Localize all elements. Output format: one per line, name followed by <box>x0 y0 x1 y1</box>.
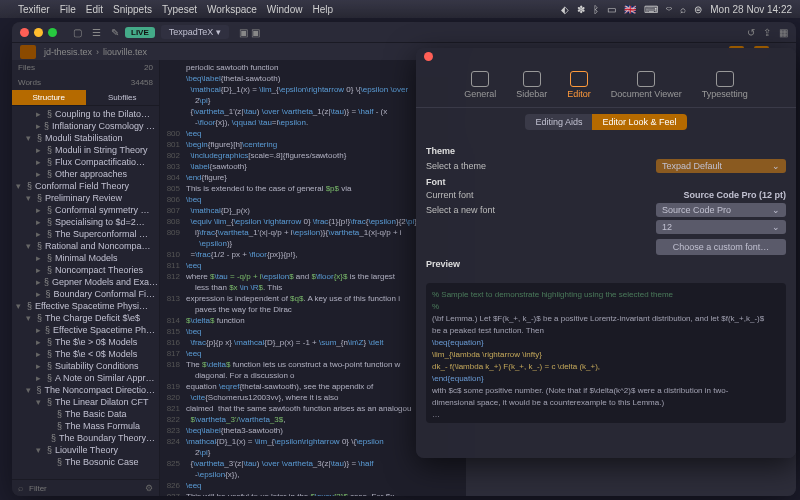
chevron-down-icon: ⌄ <box>772 222 780 232</box>
tree-item[interactable]: ▾§Moduli Stabilisation <box>12 132 159 144</box>
theme-heading: Theme <box>426 146 786 156</box>
control-center-icon[interactable]: ⊜ <box>694 4 702 15</box>
dropbox-icon[interactable]: ⬖ <box>561 4 569 15</box>
current-font-value: Source Code Pro (12 pt) <box>683 190 786 200</box>
sidebar-tab-structure[interactable]: Structure <box>12 90 86 105</box>
tree-item[interactable]: ▾§Rational and Noncompa… <box>12 240 159 252</box>
window-titlebar: ▢ ☰ ✎ LIVE TexpadTeX ▾ ▣ ▣ ↺ ⇪ ▦ <box>12 22 796 42</box>
tree-item[interactable]: §The Boundary Theory… <box>12 432 159 444</box>
filter-icon: ⌕ <box>18 483 23 493</box>
tree-item[interactable]: ▸§Flux Compactificatio… <box>12 156 159 168</box>
font-select[interactable]: Source Code Pro⌄ <box>656 203 786 217</box>
tree-item[interactable]: ▸§Inflationary Cosmology … <box>12 120 159 132</box>
tree-item[interactable]: ▸§Boundary Conformal Fi… <box>12 288 159 300</box>
breadcrumb: jd-thesis.tex › liouville.tex <box>44 47 147 57</box>
tree-item[interactable]: ▸§Gepner Models and Exa… <box>12 276 159 288</box>
flag-icon[interactable]: 🇬🇧 <box>624 4 636 15</box>
menu-snippets[interactable]: Snippets <box>113 4 152 15</box>
settings-icon[interactable]: ⚙ <box>145 483 153 493</box>
outline-icon[interactable]: ☰ <box>92 27 101 38</box>
filter-input[interactable] <box>29 483 139 493</box>
chevron-down-icon: ⌄ <box>772 205 780 215</box>
sidebar-tab-subfiles[interactable]: Subfiles <box>86 90 160 105</box>
layout-icon[interactable]: ▣ ▣ <box>239 27 260 38</box>
breadcrumb-item[interactable]: jd-thesis.tex <box>44 47 92 57</box>
tree-item[interactable]: ▾§Liouville Theory <box>12 444 159 456</box>
subtab-editing-aids[interactable]: Editing Aids <box>525 114 592 130</box>
zoom-window-button[interactable] <box>48 28 57 37</box>
pref-tab-general[interactable]: General <box>456 69 504 101</box>
tree-item[interactable]: ▾§Effective Spacetime Physi… <box>12 300 159 312</box>
tree-item[interactable]: ▸§Other approaches <box>12 168 159 180</box>
tree-item[interactable]: §The Basic Data <box>12 408 159 420</box>
hammer-icon[interactable]: ✎ <box>111 27 119 38</box>
outline-tree: ▸§Coupling to the Dilato…▸§Inflationary … <box>12 106 159 479</box>
pref-tab-sidebar[interactable]: Sidebar <box>508 69 555 101</box>
status-icon[interactable]: ✽ <box>577 4 585 15</box>
keyboard-icon[interactable]: ⌨ <box>644 4 658 15</box>
select-font-label: Select a new font <box>426 205 656 215</box>
tree-item[interactable]: ▸§Noncompact Theories <box>12 264 159 276</box>
pencil-icon <box>570 71 588 87</box>
tree-item[interactable]: ▸§Minimal Models <box>12 252 159 264</box>
tree-item[interactable]: ▸§The $\e > 0$ Models <box>12 336 159 348</box>
sidebar-toggle-icon[interactable]: ▢ <box>73 27 82 38</box>
tree-item[interactable]: ▸§Suitability Conditions <box>12 360 159 372</box>
minimize-window-button[interactable] <box>34 28 43 37</box>
share-icon[interactable]: ⇪ <box>763 27 771 38</box>
sidebar: Files 20 Words 34458 Structure Subfiles … <box>12 60 160 496</box>
sidebar-icon <box>523 71 541 87</box>
engine-tab[interactable]: TexpadTeX ▾ <box>161 25 229 39</box>
tree-item[interactable]: ▸§Specialising to $d=2… <box>12 216 159 228</box>
system-menubar: Texifier File Edit Snippets Typeset Work… <box>0 0 800 18</box>
font-size-select[interactable]: 12⌄ <box>656 220 786 234</box>
history-icon[interactable]: ↺ <box>747 27 755 38</box>
custom-font-button[interactable]: Choose a custom font… <box>656 239 786 255</box>
tree-item[interactable]: ▸§The $\e < 0$ Models <box>12 348 159 360</box>
preview-heading: Preview <box>426 259 786 269</box>
tree-item[interactable]: §The Bosonic Case <box>12 456 159 468</box>
pref-tab-typesetting[interactable]: Typesetting <box>694 69 756 101</box>
tree-item[interactable]: ▸§Effective Spacetime Ph… <box>12 324 159 336</box>
tree-item[interactable]: ▾§Conformal Field Theory <box>12 180 159 192</box>
close-icon[interactable] <box>424 52 433 61</box>
tree-item[interactable]: ▾§Preliminary Review <box>12 192 159 204</box>
bluetooth-icon[interactable]: ᛒ <box>593 4 599 15</box>
menu-help[interactable]: Help <box>312 4 333 15</box>
menu-workspace[interactable]: Workspace <box>207 4 257 15</box>
tree-item[interactable]: ▸§The Superconformal … <box>12 228 159 240</box>
tree-item[interactable]: ▾§The Linear Dilaton CFT <box>12 396 159 408</box>
subtab-look-feel[interactable]: Editor Look & Feel <box>592 114 686 130</box>
type-icon <box>716 71 734 87</box>
layout-toggle-icon[interactable]: ▦ <box>779 27 788 38</box>
pref-tab-viewer[interactable]: Document Viewer <box>603 69 690 101</box>
menu-window[interactable]: Window <box>267 4 303 15</box>
tree-item[interactable]: ▾§The Charge Deficit $\e$ <box>12 312 159 324</box>
gear-icon <box>471 71 489 87</box>
clock[interactable]: Mon 28 Nov 14:22 <box>710 4 792 15</box>
breadcrumb-item[interactable]: liouville.tex <box>103 47 147 57</box>
words-label: Words <box>18 78 41 87</box>
files-count: 20 <box>144 63 153 72</box>
toolbar-action-button[interactable] <box>20 45 36 59</box>
menu-typeset[interactable]: Typeset <box>162 4 197 15</box>
close-window-button[interactable] <box>20 28 29 37</box>
tree-item[interactable]: ▾§The Noncompact Directio… <box>12 384 159 396</box>
tree-item[interactable]: ▸§Coupling to the Dilato… <box>12 108 159 120</box>
pref-tab-editor[interactable]: Editor <box>559 69 599 101</box>
tree-item[interactable]: §The Mass Formula <box>12 420 159 432</box>
app-name[interactable]: Texifier <box>18 4 50 15</box>
tree-item[interactable]: ▸§A Note on Similar Appr… <box>12 372 159 384</box>
battery-icon[interactable]: ▭ <box>607 4 616 15</box>
font-preview-box: % Sample text to demonstrate highlightin… <box>426 283 786 423</box>
preferences-panel: General Sidebar Editor Document Viewer T… <box>416 48 796 458</box>
menu-file[interactable]: File <box>60 4 76 15</box>
menu-edit[interactable]: Edit <box>86 4 103 15</box>
current-font-label: Current font <box>426 190 683 200</box>
search-icon[interactable]: ⌕ <box>680 4 686 15</box>
theme-select[interactable]: Texpad Default⌄ <box>656 159 786 173</box>
tree-item[interactable]: ▸§Conformal symmetry … <box>12 204 159 216</box>
font-heading: Font <box>426 177 786 187</box>
tree-item[interactable]: ▸§Moduli in String Theory <box>12 144 159 156</box>
wifi-icon[interactable]: ⌔ <box>666 4 672 15</box>
